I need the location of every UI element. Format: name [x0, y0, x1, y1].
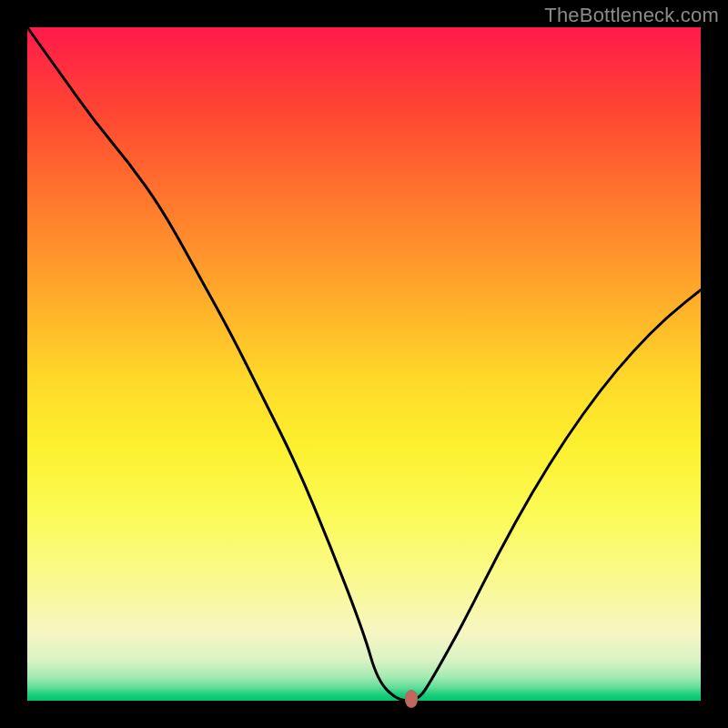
plot-area: [27, 27, 701, 701]
attribution-text: TheBottleneck.com: [544, 4, 719, 27]
minimum-marker: [405, 690, 418, 708]
curve-layer: [27, 27, 701, 701]
chart-frame: TheBottleneck.com: [0, 0, 728, 728]
bottleneck-curve: [27, 27, 701, 701]
